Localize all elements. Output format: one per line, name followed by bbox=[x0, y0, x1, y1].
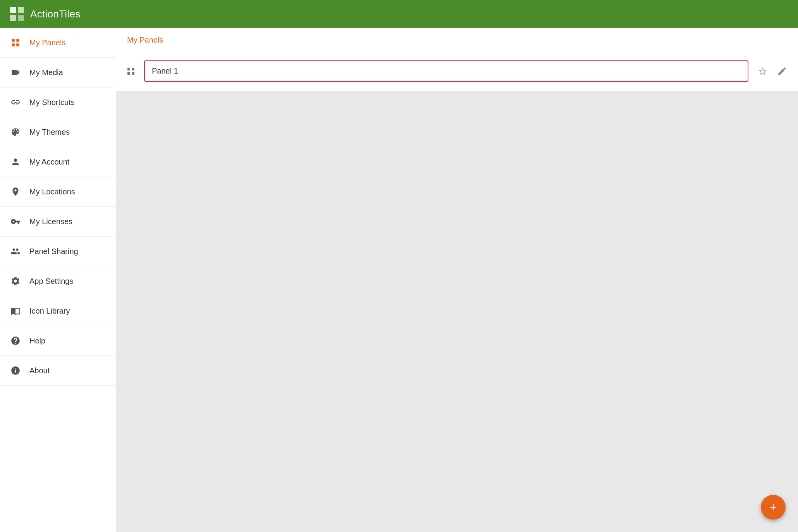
panel-list: Panel 1 bbox=[116, 51, 798, 91]
sidebar-item-my-licenses[interactable]: My Licenses bbox=[0, 207, 116, 237]
sidebar-label-my-shortcuts: My Shortcuts bbox=[29, 98, 75, 107]
grid-icon bbox=[9, 36, 22, 49]
sidebar-item-panel-sharing[interactable]: Panel Sharing bbox=[0, 237, 116, 266]
theme-icon bbox=[9, 126, 22, 138]
favorite-button[interactable] bbox=[755, 63, 771, 79]
sidebar-label-panel-sharing: Panel Sharing bbox=[29, 247, 78, 256]
app-header: ActionTiles bbox=[0, 0, 798, 28]
main-layout: My Panels My Media My Shortcuts My Theme… bbox=[0, 28, 798, 532]
content-title: My Panels bbox=[127, 36, 787, 51]
sidebar-item-help[interactable]: Help bbox=[0, 326, 116, 356]
app-logo: ActionTiles bbox=[9, 6, 81, 22]
key-icon bbox=[9, 215, 22, 228]
app-title: ActionTiles bbox=[30, 8, 81, 20]
panel-name: Panel 1 bbox=[144, 60, 748, 82]
people-icon bbox=[9, 245, 22, 257]
panel-grid-icon bbox=[124, 67, 138, 76]
sidebar-item-app-settings[interactable]: App Settings bbox=[0, 266, 116, 296]
help-icon bbox=[9, 335, 22, 347]
gear-icon bbox=[9, 275, 22, 287]
sidebar-label-icon-library: Icon Library bbox=[29, 307, 70, 316]
sidebar-label-my-media: My Media bbox=[29, 68, 63, 77]
content-empty-area: + bbox=[116, 91, 798, 532]
content-header: My Panels bbox=[116, 28, 798, 51]
sidebar-label-my-licenses: My Licenses bbox=[29, 217, 72, 226]
sidebar: My Panels My Media My Shortcuts My Theme… bbox=[0, 28, 116, 532]
svg-rect-1 bbox=[18, 7, 24, 13]
sidebar-label-app-settings: App Settings bbox=[29, 277, 73, 286]
sidebar-item-my-account[interactable]: My Account bbox=[0, 147, 116, 177]
edit-button[interactable] bbox=[774, 63, 790, 79]
info-icon bbox=[9, 364, 22, 377]
sidebar-label-about: About bbox=[29, 366, 50, 375]
add-panel-fab[interactable]: + bbox=[761, 495, 786, 520]
sidebar-item-my-shortcuts[interactable]: My Shortcuts bbox=[0, 88, 116, 117]
link-icon bbox=[9, 96, 22, 108]
content-area: My Panels Panel 1 + bbox=[116, 28, 798, 532]
person-icon bbox=[9, 156, 22, 168]
sidebar-item-icon-library[interactable]: Icon Library bbox=[0, 296, 116, 326]
sidebar-item-my-themes[interactable]: My Themes bbox=[0, 117, 116, 147]
panel-item: Panel 1 bbox=[124, 57, 790, 85]
sidebar-label-help: Help bbox=[29, 336, 45, 345]
book-icon bbox=[9, 305, 22, 317]
sidebar-label-my-panels: My Panels bbox=[29, 38, 65, 47]
panel-actions bbox=[755, 63, 790, 79]
sidebar-item-my-locations[interactable]: My Locations bbox=[0, 177, 116, 207]
sidebar-item-my-panels[interactable]: My Panels bbox=[0, 28, 116, 58]
video-icon bbox=[9, 66, 22, 79]
sidebar-item-about[interactable]: About bbox=[0, 356, 116, 386]
sidebar-label-my-account: My Account bbox=[29, 158, 69, 166]
app-logo-icon bbox=[9, 6, 25, 22]
sidebar-label-my-locations: My Locations bbox=[29, 187, 75, 196]
svg-rect-2 bbox=[10, 15, 16, 21]
svg-rect-0 bbox=[10, 7, 16, 13]
sidebar-label-my-themes: My Themes bbox=[29, 128, 70, 137]
svg-rect-3 bbox=[18, 15, 24, 21]
location-icon bbox=[9, 185, 22, 198]
sidebar-item-my-media[interactable]: My Media bbox=[0, 58, 116, 88]
